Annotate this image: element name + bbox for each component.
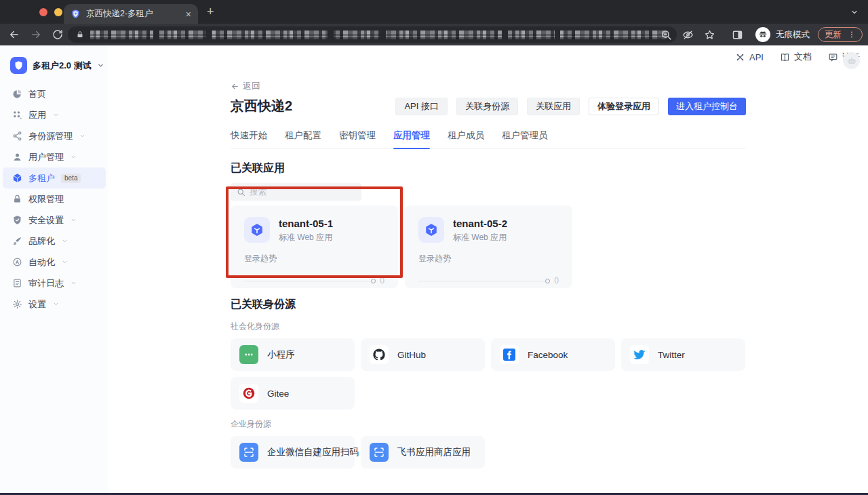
sidebar-item[interactable]: 身份源管理 — [0, 125, 108, 146]
app-type: 标准 Web 应用 — [453, 232, 507, 243]
app-logo — [418, 217, 444, 243]
hex-app-icon — [250, 222, 264, 237]
browser-update-button[interactable]: 更新 — [818, 27, 863, 42]
incognito-avatar[interactable] — [755, 27, 770, 42]
action-button[interactable]: 关联身份源 — [456, 98, 518, 115]
sidebar-item-label: 身份源管理 — [28, 130, 73, 142]
idp-card[interactable]: 飞书应用商店应用 — [361, 436, 485, 469]
utility-link-label: 文档 — [794, 51, 812, 63]
browser-forward-button[interactable] — [30, 28, 42, 41]
chevron-down-icon — [79, 133, 85, 139]
brush-icon — [12, 236, 22, 246]
sidebar-item-label: 审计日志 — [28, 277, 64, 290]
workspace-selector[interactable]: 多租户2.0 测试 — [0, 45, 108, 74]
automation-icon — [12, 257, 22, 267]
sidebar-item[interactable]: 应用 — [0, 104, 108, 125]
app-search-box[interactable] — [231, 183, 361, 201]
app-logo — [244, 217, 270, 243]
sidebar-item-label: 用户管理 — [28, 151, 64, 163]
action-button[interactable]: 关联应用 — [527, 98, 580, 115]
action-button[interactable]: API 接口 — [395, 98, 448, 115]
tab-item[interactable]: 应用管理 — [393, 130, 430, 148]
app-card[interactable]: tenant-05-2 标准 Web 应用 登录趋势 0 — [405, 205, 572, 288]
shield-check-icon — [12, 215, 22, 225]
back-label: 返回 — [243, 80, 260, 92]
utility-link[interactable]: API — [735, 52, 764, 62]
idp-logo — [239, 345, 258, 364]
tab-search-chevron[interactable] — [850, 8, 859, 16]
address-bar[interactable] — [68, 26, 677, 43]
browser-menu-icon[interactable] — [848, 31, 856, 39]
idp-card[interactable]: Twitter — [621, 338, 745, 371]
chevron-down-icon — [97, 62, 104, 69]
idp-card[interactable]: 企业微信自建应用扫码 — [231, 436, 355, 469]
action-button[interactable]: 体验登录应用 — [589, 98, 659, 115]
zoom-icon[interactable] — [660, 29, 672, 41]
utility-link-label: API — [749, 52, 764, 62]
tab-item[interactable]: 快速开始 — [231, 130, 267, 148]
tab-item[interactable]: 密钥管理 — [339, 130, 376, 148]
tab-item[interactable]: 租户管理员 — [502, 130, 548, 148]
apps-grid-icon — [12, 110, 22, 120]
tab-item[interactable]: 租户配置 — [285, 130, 321, 148]
idp-label: 飞书应用商店应用 — [397, 446, 471, 458]
app-card[interactable]: tenant-05-1 标准 Web 应用 登录趋势 0 — [231, 205, 398, 288]
tab-close-icon[interactable]: × — [186, 9, 191, 19]
browser-tab[interactable]: 京西快递2-多租户 × — [64, 4, 198, 24]
github-icon — [370, 345, 389, 364]
idp-label: Facebook — [528, 350, 568, 360]
browser-reload-button[interactable] — [52, 28, 64, 41]
idp-card[interactable]: GitHub — [361, 338, 485, 371]
sidebar-item[interactable]: 首页 — [0, 83, 108, 104]
tenant-cube-icon — [12, 173, 22, 183]
linked-idp-heading: 已关联身份源 — [231, 298, 746, 312]
bookmark-star-icon[interactable] — [704, 29, 715, 41]
sidebar-item[interactable]: 审计日志 — [0, 273, 108, 294]
idp-label: GitHub — [397, 350, 426, 360]
share-nodes-icon — [12, 131, 22, 141]
new-tab-button[interactable]: + — [207, 4, 214, 19]
action-buttons: API 接口 关联身份源 关联应用 体验登录应用 进入租户控制台 — [395, 98, 746, 115]
redacted-url[interactable] — [90, 31, 669, 39]
idp-card[interactable]: 小程序 — [231, 338, 355, 371]
idp-group-label: 社会化身份源 — [231, 321, 746, 332]
utility-link[interactable]: 文档 — [780, 51, 812, 63]
idp-logo — [239, 443, 258, 462]
minimize-window-button[interactable] — [54, 8, 62, 16]
sidebar-item[interactable]: 品牌化 — [0, 231, 108, 252]
sidebar-item[interactable]: 权限管理 — [0, 189, 108, 210]
trend-value: 0 — [554, 276, 559, 285]
app-search-input[interactable] — [250, 187, 355, 197]
idp-card[interactable]: Gitee — [231, 377, 355, 410]
sidebar-item[interactable]: 多租户 beta — [3, 167, 106, 189]
trend-value: 0 — [380, 276, 384, 285]
idp-card[interactable]: Facebook — [491, 338, 615, 371]
app-name: tenant-05-2 — [453, 218, 507, 229]
sidebar-item[interactable]: 用户管理 — [0, 146, 108, 167]
hex-app-icon — [424, 222, 439, 237]
browser-back-button[interactable] — [8, 28, 20, 41]
user-avatar[interactable] — [843, 52, 860, 69]
chevron-down-icon — [53, 112, 59, 118]
twitter-icon — [630, 345, 649, 364]
trend-label: 登录趋势 — [418, 253, 559, 264]
back-link[interactable]: 返回 — [231, 80, 260, 92]
idp-logo — [239, 384, 258, 403]
browser-chrome: 京西快递2-多租户 × + 无痕模式 更新 — [0, 0, 868, 45]
login-trend-sparkline: 0 — [418, 276, 559, 285]
sidebar-item[interactable]: 设置 — [0, 294, 108, 315]
sidebar-item[interactable]: 安全设置 — [0, 210, 108, 231]
gitee-icon — [239, 384, 258, 403]
update-label: 更新 — [825, 29, 842, 41]
facebook-icon — [500, 345, 519, 364]
forum-icon — [828, 52, 838, 62]
idp-group: 社会化身份源 小程序 GitHub — [231, 321, 746, 410]
eye-off-icon[interactable] — [682, 29, 694, 41]
sidebar-item[interactable]: 自动化 — [0, 252, 108, 273]
side-panel-icon[interactable] — [732, 29, 743, 41]
close-window-button[interactable] — [39, 8, 47, 16]
workspace-name: 多租户2.0 测试 — [33, 60, 92, 72]
tab-item[interactable]: 租户成员 — [448, 130, 484, 148]
ssl-lock-icon[interactable] — [76, 31, 84, 39]
action-button[interactable]: 进入租户控制台 — [668, 98, 746, 115]
